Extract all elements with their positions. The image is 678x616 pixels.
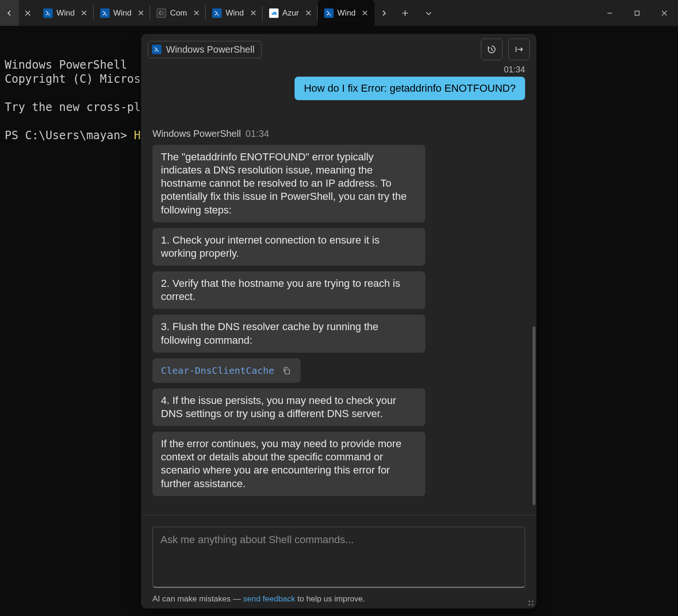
code-text: Clear-DnsClientCache <box>161 365 274 376</box>
tab-close-button[interactable] <box>303 8 314 19</box>
assistant-bubble: The "getaddrinfo ENOTFOUND" error typica… <box>152 145 425 222</box>
terminal-line: Try the new cross-pla <box>5 101 147 114</box>
chat-title-text: Windows PowerShell <box>166 44 255 55</box>
tab-close-button[interactable] <box>359 8 371 19</box>
tab[interactable]: Wind <box>206 0 263 26</box>
powershell-icon <box>43 8 53 18</box>
svg-text:C:\: C:\ <box>159 11 164 16</box>
export-icon <box>514 44 524 55</box>
minimize-icon <box>606 10 613 16</box>
resize-grip[interactable] <box>528 600 534 606</box>
disclaimer-text: to help us improve. <box>295 594 365 603</box>
close-icon <box>25 10 31 16</box>
azure-icon <box>269 8 279 18</box>
svg-rect-2 <box>285 369 289 374</box>
close-icon <box>362 10 367 16</box>
powershell-icon <box>152 45 161 54</box>
copy-icon <box>282 366 291 375</box>
chevron-right-icon <box>381 10 387 16</box>
tab[interactable]: C:\Com <box>150 0 206 26</box>
tab-scroll-right[interactable] <box>375 0 393 26</box>
tab-close-button[interactable] <box>247 8 259 19</box>
export-button[interactable] <box>508 39 530 60</box>
chevron-down-icon <box>425 10 432 16</box>
tab-label: Wind <box>113 8 132 18</box>
send-feedback-link[interactable]: send feedback <box>243 594 295 603</box>
assistant-header: Windows PowerShell 01:34 <box>152 128 525 139</box>
history-button[interactable] <box>481 39 503 60</box>
terminal-prompt: PS C:\Users\mayan> <box>5 129 134 142</box>
tab[interactable]: Wind <box>318 0 375 26</box>
scrollbar-thumb[interactable] <box>533 326 535 505</box>
disclaimer-text: AI can make mistakes — <box>152 594 243 603</box>
ai-disclaimer: AI can make mistakes — send feedback to … <box>152 594 525 604</box>
tab-close-button[interactable] <box>135 8 146 19</box>
tab-close-first[interactable] <box>19 0 37 26</box>
plus-icon <box>401 9 409 17</box>
chat-input-area: AI can make mistakes — send feedback to … <box>141 515 536 608</box>
title-bar: WindWindC:\ComWindAzurWind <box>0 0 678 26</box>
cmd-icon: C:\ <box>157 8 166 18</box>
chevron-left-icon <box>7 10 12 16</box>
tab-dropdown-button[interactable] <box>417 0 440 26</box>
assistant-bubble: 1. Check your internet connection to ens… <box>152 228 425 266</box>
close-icon <box>194 10 199 16</box>
chat-input[interactable] <box>152 527 525 588</box>
tab[interactable]: Wind <box>94 0 151 26</box>
close-icon <box>81 10 87 16</box>
assistant-timestamp: 01:34 <box>246 128 269 139</box>
chat-panel: Windows PowerShell 01:34 How do I fix Er… <box>141 34 536 608</box>
assistant-bubble: 4. If the issue persists, you may need t… <box>152 388 425 426</box>
tab[interactable]: Azur <box>263 0 318 26</box>
tab-label: Wind <box>337 8 356 18</box>
user-message-row: 01:34 How do I fix Error: getaddrinfo EN… <box>152 65 525 100</box>
tab-label: Com <box>170 8 187 18</box>
code-bubble: Clear-DnsClientCache <box>152 358 301 383</box>
new-tab-button[interactable] <box>393 0 417 26</box>
tab-scroll-left[interactable] <box>0 0 19 26</box>
tab-label: Azur <box>282 8 299 18</box>
user-timestamp: 01:34 <box>504 65 525 75</box>
chat-scroll-area[interactable]: 01:34 How do I fix Error: getaddrinfo EN… <box>141 63 536 515</box>
close-icon <box>251 10 256 16</box>
minimize-button[interactable] <box>596 0 623 26</box>
powershell-icon <box>324 8 334 18</box>
maximize-icon <box>634 10 640 16</box>
tab-close-button[interactable] <box>191 8 202 19</box>
close-icon <box>661 10 668 16</box>
window-controls <box>596 0 678 26</box>
assistant-bubble: 2. Verify that the hostname you are tryi… <box>152 271 425 309</box>
powershell-icon <box>212 8 222 18</box>
tab-close-button[interactable] <box>79 8 90 19</box>
tab[interactable]: Wind <box>37 0 94 26</box>
maximize-button[interactable] <box>623 0 651 26</box>
close-icon <box>138 10 144 16</box>
assistant-bubble: If the error continues, you may need to … <box>152 432 425 496</box>
copy-code-button[interactable] <box>281 365 292 376</box>
close-icon <box>306 10 311 16</box>
tab-label: Wind <box>225 8 244 18</box>
chat-title-pill[interactable]: Windows PowerShell <box>148 41 262 58</box>
tab-strip: WindWindC:\ComWindAzurWind <box>0 0 393 26</box>
user-message-bubble: How do I fix Error: getaddrinfo ENOTFOUN… <box>295 77 525 100</box>
terminal-line: Copyright (C) Microso <box>5 72 147 86</box>
close-window-button[interactable] <box>651 0 678 26</box>
svg-rect-1 <box>635 11 639 15</box>
assistant-name: Windows PowerShell <box>152 128 241 139</box>
history-icon <box>487 44 497 55</box>
assistant-bubble: 3. Flush the DNS resolver cache by runni… <box>152 315 425 352</box>
powershell-icon <box>100 8 110 18</box>
chat-header: Windows PowerShell <box>141 34 536 63</box>
tab-label: Wind <box>56 8 75 18</box>
terminal-line: Windows PowerShell <box>5 58 127 71</box>
